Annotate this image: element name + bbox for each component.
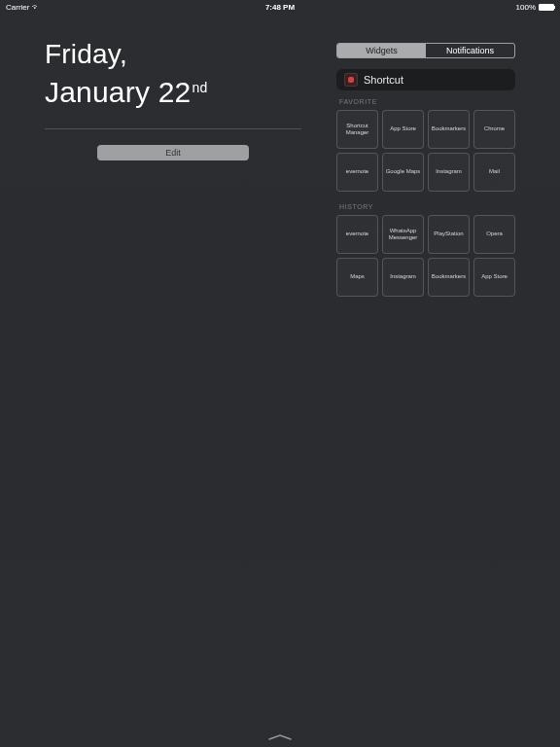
history-item[interactable]: Opera	[473, 215, 515, 254]
history-item[interactable]: WhatsApp Messenger	[382, 215, 424, 254]
segmented-control: Widgets Notifications	[336, 43, 515, 58]
history-item[interactable]: App Store	[473, 258, 515, 297]
status-bar: Carrier ᯤ 7:48 PM 100%	[0, 0, 560, 14]
date-ordinal: nd	[192, 80, 207, 95]
section-history-label: HISTORY	[336, 203, 515, 210]
history-grid: evernoteWhatsApp MessengerPlayStationOpe…	[336, 215, 515, 297]
favorite-item[interactable]: evernote	[336, 153, 378, 192]
battery-percent: 100%	[516, 3, 536, 12]
tab-widgets[interactable]: Widgets	[337, 44, 426, 57]
grabber-icon[interactable]	[268, 734, 292, 738]
status-time: 7:48 PM	[0, 3, 560, 12]
favorite-item[interactable]: Instagram	[428, 153, 470, 192]
widget-header: Shortcut	[336, 69, 515, 90]
widget-title: Shortcut	[364, 74, 403, 86]
status-right: 100%	[516, 3, 554, 12]
edit-button[interactable]: Edit	[97, 145, 249, 160]
history-item[interactable]: Instagram	[382, 258, 424, 297]
shortcut-icon	[344, 73, 358, 87]
tab-notifications[interactable]: Notifications	[426, 44, 514, 57]
history-item[interactable]: PlayStation	[428, 215, 470, 254]
date-full: January 22nd	[45, 76, 301, 109]
favorite-item[interactable]: App Store	[382, 110, 424, 149]
favorite-item[interactable]: Mail	[473, 153, 515, 192]
history-item[interactable]: Maps	[336, 258, 378, 297]
divider	[45, 128, 301, 129]
favorite-item[interactable]: Chrome	[473, 110, 515, 149]
favorite-item[interactable]: Shortcut Manager	[336, 110, 378, 149]
favorite-item[interactable]: Google Maps	[382, 153, 424, 192]
history-item[interactable]: evernote	[336, 215, 378, 254]
date-monthday: January 22	[45, 76, 191, 108]
favorite-grid: Shortcut ManagerApp StoreBookmarkersChro…	[336, 110, 515, 192]
date-day: Friday,	[45, 39, 301, 70]
favorite-item[interactable]: Bookmarkers	[428, 110, 470, 149]
battery-icon	[539, 4, 554, 11]
history-item[interactable]: Bookmarkers	[428, 258, 470, 297]
section-favorite-label: FAVORITE	[336, 98, 515, 105]
